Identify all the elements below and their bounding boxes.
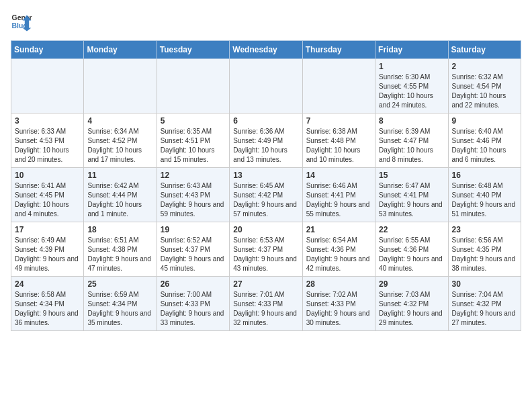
calendar-cell: 4Sunrise: 6:34 AM Sunset: 4:52 PM Daylig… (84, 113, 157, 168)
calendar-week-4: 17Sunrise: 6:49 AM Sunset: 4:39 PM Dayli… (11, 222, 521, 277)
day-number: 25 (87, 279, 152, 289)
cell-content: Sunrise: 6:36 AM Sunset: 4:49 PM Dayligh… (233, 127, 298, 165)
page-header: General Blue (11, 11, 521, 32)
day-header-thursday: Thursday (302, 41, 375, 59)
cell-content: Sunrise: 6:59 AM Sunset: 4:34 PM Dayligh… (87, 290, 152, 328)
cell-content: Sunrise: 7:03 AM Sunset: 4:32 PM Dayligh… (379, 290, 444, 328)
calendar-cell: 13Sunrise: 6:45 AM Sunset: 4:42 PM Dayli… (230, 168, 302, 222)
day-number: 23 (452, 225, 517, 234)
logo: General Blue (11, 11, 35, 32)
cell-content: Sunrise: 6:35 AM Sunset: 4:51 PM Dayligh… (161, 127, 226, 165)
cell-content: Sunrise: 6:46 AM Sunset: 4:41 PM Dayligh… (306, 181, 371, 219)
day-number: 20 (233, 225, 298, 234)
calendar-week-2: 3Sunrise: 6:33 AM Sunset: 4:53 PM Daylig… (11, 113, 521, 168)
calendar-cell (157, 59, 229, 113)
calendar-cell: 24Sunrise: 6:58 AM Sunset: 4:34 PM Dayli… (11, 277, 84, 331)
cell-content: Sunrise: 6:56 AM Sunset: 4:35 PM Dayligh… (452, 236, 517, 273)
calendar-cell: 27Sunrise: 7:01 AM Sunset: 4:33 PM Dayli… (230, 277, 302, 331)
day-number: 16 (452, 171, 517, 180)
cell-content: Sunrise: 6:48 AM Sunset: 4:40 PM Dayligh… (452, 181, 517, 219)
calendar-cell: 3Sunrise: 6:33 AM Sunset: 4:53 PM Daylig… (11, 113, 84, 168)
day-header-sunday: Sunday (11, 41, 84, 59)
calendar-cell: 14Sunrise: 6:46 AM Sunset: 4:41 PM Dayli… (302, 168, 375, 222)
calendar-cell: 18Sunrise: 6:51 AM Sunset: 4:38 PM Dayli… (84, 222, 157, 277)
day-number: 19 (161, 225, 226, 234)
calendar-cell: 15Sunrise: 6:47 AM Sunset: 4:41 PM Dayli… (375, 168, 448, 222)
cell-content: Sunrise: 6:30 AM Sunset: 4:55 PM Dayligh… (379, 73, 444, 110)
cell-content: Sunrise: 7:02 AM Sunset: 4:33 PM Dayligh… (306, 290, 371, 328)
day-number: 22 (379, 225, 444, 234)
cell-content: Sunrise: 6:54 AM Sunset: 4:36 PM Dayligh… (306, 236, 371, 273)
calendar-cell: 29Sunrise: 7:03 AM Sunset: 4:32 PM Dayli… (375, 277, 448, 331)
cell-content: Sunrise: 6:41 AM Sunset: 4:45 PM Dayligh… (15, 181, 80, 219)
day-number: 28 (306, 279, 371, 289)
calendar-cell: 9Sunrise: 6:40 AM Sunset: 4:46 PM Daylig… (448, 113, 521, 168)
day-header-monday: Monday (84, 41, 157, 59)
day-number: 21 (306, 225, 371, 234)
cell-content: Sunrise: 6:58 AM Sunset: 4:34 PM Dayligh… (15, 290, 80, 328)
day-number: 3 (15, 116, 80, 126)
day-number: 5 (161, 116, 226, 126)
cell-content: Sunrise: 6:53 AM Sunset: 4:37 PM Dayligh… (233, 236, 298, 273)
day-number: 26 (161, 279, 226, 289)
day-number: 17 (15, 225, 80, 234)
calendar-cell: 21Sunrise: 6:54 AM Sunset: 4:36 PM Dayli… (302, 222, 375, 277)
calendar-cell: 22Sunrise: 6:55 AM Sunset: 4:36 PM Dayli… (375, 222, 448, 277)
calendar-cell: 7Sunrise: 6:38 AM Sunset: 4:48 PM Daylig… (302, 113, 375, 168)
day-number: 30 (452, 279, 517, 289)
day-header-friday: Friday (375, 41, 448, 59)
day-number: 2 (452, 62, 517, 71)
day-number: 11 (87, 171, 152, 180)
calendar-cell: 17Sunrise: 6:49 AM Sunset: 4:39 PM Dayli… (11, 222, 84, 277)
cell-content: Sunrise: 6:45 AM Sunset: 4:42 PM Dayligh… (233, 181, 298, 219)
calendar-cell: 30Sunrise: 7:04 AM Sunset: 4:32 PM Dayli… (448, 277, 521, 331)
day-number: 27 (233, 279, 298, 289)
cell-content: Sunrise: 6:34 AM Sunset: 4:52 PM Dayligh… (87, 127, 152, 165)
day-number: 6 (233, 116, 298, 126)
day-number: 18 (87, 225, 152, 234)
day-number: 7 (306, 116, 371, 126)
calendar-week-3: 10Sunrise: 6:41 AM Sunset: 4:45 PM Dayli… (11, 168, 521, 222)
calendar-cell: 23Sunrise: 6:56 AM Sunset: 4:35 PM Dayli… (448, 222, 521, 277)
calendar-cell: 5Sunrise: 6:35 AM Sunset: 4:51 PM Daylig… (157, 113, 229, 168)
cell-content: Sunrise: 6:33 AM Sunset: 4:53 PM Dayligh… (15, 127, 80, 165)
cell-content: Sunrise: 7:00 AM Sunset: 4:33 PM Dayligh… (161, 290, 226, 328)
calendar-cell: 6Sunrise: 6:36 AM Sunset: 4:49 PM Daylig… (230, 113, 302, 168)
calendar-cell: 10Sunrise: 6:41 AM Sunset: 4:45 PM Dayli… (11, 168, 84, 222)
calendar-cell: 20Sunrise: 6:53 AM Sunset: 4:37 PM Dayli… (230, 222, 302, 277)
calendar-cell: 2Sunrise: 6:32 AM Sunset: 4:54 PM Daylig… (448, 59, 521, 113)
calendar-header-row: SundayMondayTuesdayWednesdayThursdayFrid… (11, 41, 521, 59)
calendar-cell: 25Sunrise: 6:59 AM Sunset: 4:34 PM Dayli… (84, 277, 157, 331)
cell-content: Sunrise: 6:40 AM Sunset: 4:46 PM Dayligh… (452, 127, 517, 165)
cell-content: Sunrise: 6:55 AM Sunset: 4:36 PM Dayligh… (379, 236, 444, 273)
calendar-cell: 11Sunrise: 6:42 AM Sunset: 4:44 PM Dayli… (84, 168, 157, 222)
day-number: 29 (379, 279, 444, 289)
calendar-cell: 28Sunrise: 7:02 AM Sunset: 4:33 PM Dayli… (302, 277, 375, 331)
calendar-cell: 19Sunrise: 6:52 AM Sunset: 4:37 PM Dayli… (157, 222, 229, 277)
cell-content: Sunrise: 6:39 AM Sunset: 4:47 PM Dayligh… (379, 127, 444, 165)
calendar-cell (11, 59, 84, 113)
cell-content: Sunrise: 6:51 AM Sunset: 4:38 PM Dayligh… (87, 236, 152, 273)
day-number: 15 (379, 171, 444, 180)
calendar-cell: 8Sunrise: 6:39 AM Sunset: 4:47 PM Daylig… (375, 113, 448, 168)
day-number: 9 (452, 116, 517, 126)
calendar-table: SundayMondayTuesdayWednesdayThursdayFrid… (11, 40, 521, 331)
day-number: 1 (379, 62, 444, 71)
calendar-week-1: 1Sunrise: 6:30 AM Sunset: 4:55 PM Daylig… (11, 59, 521, 113)
cell-content: Sunrise: 6:38 AM Sunset: 4:48 PM Dayligh… (306, 127, 371, 165)
calendar-cell (84, 59, 157, 113)
cell-content: Sunrise: 6:52 AM Sunset: 4:37 PM Dayligh… (161, 236, 226, 273)
cell-content: Sunrise: 7:04 AM Sunset: 4:32 PM Dayligh… (452, 290, 517, 328)
calendar-cell: 1Sunrise: 6:30 AM Sunset: 4:55 PM Daylig… (375, 59, 448, 113)
calendar-cell: 26Sunrise: 7:00 AM Sunset: 4:33 PM Dayli… (157, 277, 229, 331)
calendar-cell (302, 59, 375, 113)
calendar-cell: 12Sunrise: 6:43 AM Sunset: 4:43 PM Dayli… (157, 168, 229, 222)
day-header-wednesday: Wednesday (230, 41, 302, 59)
cell-content: Sunrise: 7:01 AM Sunset: 4:33 PM Dayligh… (233, 290, 298, 328)
calendar-cell: 16Sunrise: 6:48 AM Sunset: 4:40 PM Dayli… (448, 168, 521, 222)
calendar-week-5: 24Sunrise: 6:58 AM Sunset: 4:34 PM Dayli… (11, 277, 521, 331)
day-number: 14 (306, 171, 371, 180)
calendar-cell (230, 59, 302, 113)
day-number: 10 (15, 171, 80, 180)
day-number: 8 (379, 116, 444, 126)
